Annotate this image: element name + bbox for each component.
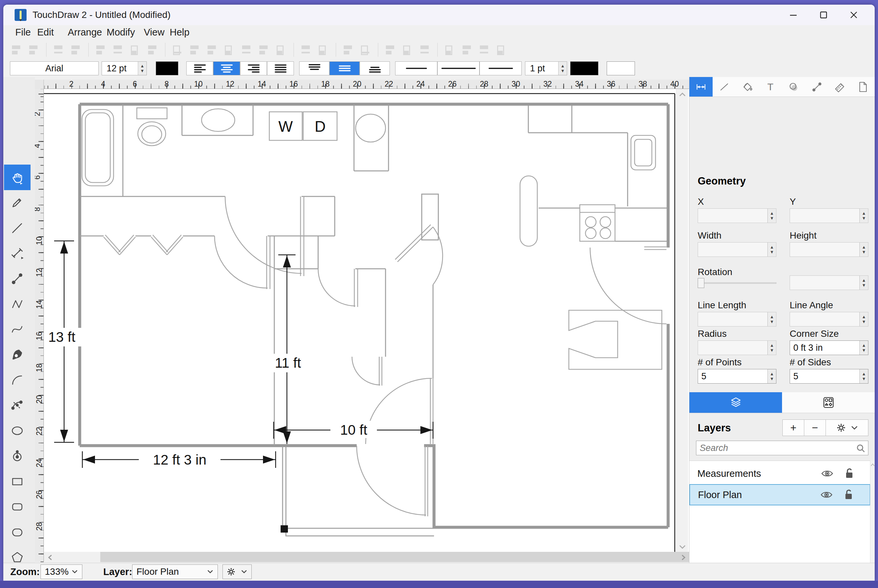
menu-arrange[interactable]: Arrange	[68, 27, 102, 38]
align-left-icon[interactable]	[171, 42, 184, 57]
title-bar[interactable]: TouchDraw 2 - Untitled (Modified)	[3, 4, 875, 25]
layer-select[interactable]: Floor Plan	[132, 564, 218, 579]
match-width-icon[interactable]	[342, 42, 355, 57]
align-center-icon[interactable]	[189, 42, 201, 57]
layer-search[interactable]	[696, 441, 868, 455]
tool-curve[interactable]	[4, 316, 30, 342]
tab-layers[interactable]	[689, 392, 782, 413]
tab-shape-library[interactable]	[782, 392, 875, 413]
layer-search-input[interactable]	[700, 442, 852, 454]
layer-row-measurements[interactable]: Measurements	[689, 463, 870, 484]
tool-pan[interactable]	[4, 165, 30, 190]
rotate-left-icon[interactable]	[384, 42, 397, 57]
align-middle-icon[interactable]	[241, 42, 253, 57]
distribute-vertical-icon[interactable]	[146, 42, 159, 57]
close-button[interactable]	[843, 7, 865, 22]
unlock-icon[interactable]	[27, 42, 40, 57]
remove-layer-button[interactable]: −	[804, 419, 826, 436]
spinner-arrows[interactable]: ▲▼	[558, 62, 567, 75]
distribute-columns-icon[interactable]	[112, 42, 125, 57]
align-right-button[interactable]	[240, 62, 267, 75]
flip-horizontal-icon[interactable]	[300, 42, 313, 57]
line-length-field[interactable]: ▲▼	[698, 312, 776, 327]
send-to-back-icon[interactable]	[461, 42, 474, 57]
width-field[interactable]: ▲▼	[698, 242, 776, 257]
visibility-eye-icon[interactable]	[820, 490, 833, 500]
fill-color-swatch[interactable]	[607, 62, 635, 75]
align-right-icon[interactable]	[206, 42, 218, 57]
horizontal-scrollbar[interactable]	[44, 552, 689, 562]
sides-field[interactable]: 5▲▼	[790, 369, 868, 384]
x-field[interactable]: ▲▼	[698, 208, 776, 223]
bring-forward-icon[interactable]	[478, 42, 491, 57]
tab-page[interactable]	[851, 77, 875, 96]
rotate-180-icon[interactable]	[419, 42, 431, 57]
font-size-stepper[interactable]: 12 pt▲▼	[102, 62, 147, 75]
tab-text[interactable]: T	[759, 77, 782, 96]
line-angle-field[interactable]: ▲▼	[790, 312, 868, 327]
font-family-select[interactable]: Arial	[10, 62, 99, 75]
menu-edit[interactable]: Edit	[37, 27, 54, 38]
layer-options-button[interactable]	[223, 564, 252, 579]
points-field[interactable]: 5▲▼	[698, 369, 776, 384]
radius-field[interactable]: ▲▼	[698, 340, 776, 355]
valign-top-button[interactable]	[299, 62, 329, 75]
spinner-arrows[interactable]: ▲▼	[138, 62, 146, 75]
tool-arc-by-points[interactable]	[4, 393, 30, 418]
zoom-select[interactable]: 133%	[41, 564, 82, 579]
height-field[interactable]: ▲▼	[790, 242, 868, 257]
tool-dimension[interactable]	[4, 241, 30, 266]
vertical-scrollbar[interactable]	[676, 89, 688, 552]
corner-size-field[interactable]: 0 ft 3 in▲▼	[790, 340, 868, 355]
align-center-button[interactable]	[213, 62, 240, 75]
visibility-eye-icon[interactable]	[821, 469, 834, 478]
align-left-button[interactable]	[186, 62, 213, 75]
match-height-icon[interactable]	[359, 42, 372, 57]
distribute-rows-icon[interactable]	[95, 42, 107, 57]
tool-squircle[interactable]	[4, 519, 30, 545]
menu-help[interactable]: Help	[170, 27, 189, 38]
layer-row-floor-plan[interactable]: Floor Plan	[689, 484, 870, 506]
rotate-right-icon[interactable]	[401, 42, 414, 57]
menu-file[interactable]: File	[15, 27, 31, 38]
valign-middle-button[interactable]	[329, 62, 359, 75]
minimize-button[interactable]	[782, 7, 804, 22]
floor-plan-drawing[interactable]: 13 ft 11 ft 10 ft 12 ft 3 in W D	[44, 89, 689, 552]
maximize-button[interactable]	[813, 7, 834, 22]
tab-fill[interactable]	[736, 77, 759, 96]
send-backward-icon[interactable]	[495, 42, 508, 57]
rotation-slider[interactable]	[698, 278, 776, 288]
tab-measure[interactable]	[828, 77, 852, 96]
valign-bottom-button[interactable]	[359, 62, 390, 75]
layer-list-scrollbar[interactable]	[870, 460, 875, 563]
tool-connected-line[interactable]	[4, 266, 30, 291]
tool-polyline[interactable]	[4, 291, 30, 317]
distribute-horizontal-icon[interactable]	[129, 42, 142, 57]
layer-settings-button[interactable]	[825, 419, 868, 436]
tool-ellipse[interactable]	[4, 418, 30, 443]
align-justify-button[interactable]	[267, 62, 294, 75]
bring-to-front-icon[interactable]	[444, 42, 456, 57]
canvas[interactable]: 13 ft 11 ft 10 ft 12 ft 3 in W D	[44, 89, 689, 552]
align-top-icon[interactable]	[223, 42, 236, 57]
menu-modify[interactable]: Modify	[107, 27, 135, 38]
tab-shadow[interactable]	[782, 77, 805, 96]
tool-pen[interactable]	[4, 342, 30, 368]
flip-vertical-icon[interactable]	[317, 42, 330, 57]
tool-arc[interactable]	[4, 368, 30, 393]
menu-view[interactable]: View	[144, 27, 164, 38]
stroke-width-stepper[interactable]: 1 pt▲▼	[525, 62, 567, 75]
unlock-icon[interactable]	[845, 468, 854, 479]
tool-circle-center[interactable]	[4, 443, 30, 469]
tool-rounded-rectangle[interactable]	[4, 494, 30, 519]
tool-rectangle[interactable]	[4, 468, 30, 494]
line-style-medium-button[interactable]	[480, 62, 522, 75]
stroke-color-swatch[interactable]	[570, 62, 598, 75]
lock-icon[interactable]	[10, 42, 23, 57]
line-style-short-button[interactable]	[395, 62, 437, 75]
ungroup-icon[interactable]	[70, 42, 82, 57]
rotation-field[interactable]: ▲▼	[790, 275, 868, 290]
add-layer-button[interactable]: +	[782, 419, 804, 436]
unlock-icon[interactable]	[844, 489, 854, 500]
align-bottom-icon[interactable]	[258, 42, 270, 57]
